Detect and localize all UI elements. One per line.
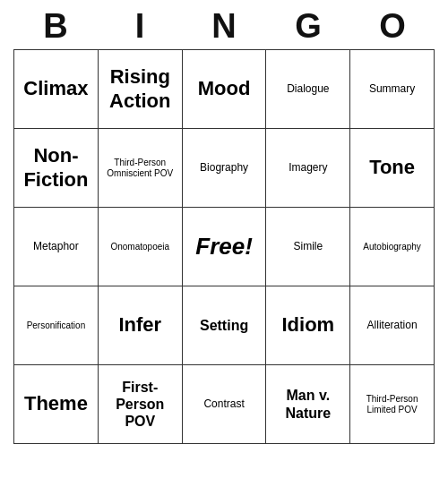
bingo-cell: Idiom bbox=[266, 286, 350, 365]
bingo-cell: Personification bbox=[14, 286, 99, 365]
bingo-header: BINGO bbox=[13, 0, 435, 49]
bingo-cell: Autobiography bbox=[350, 208, 435, 286]
bingo-cell: Infer bbox=[98, 286, 182, 365]
bingo-cell: Setting bbox=[182, 286, 266, 365]
bingo-cell: Man v. Nature bbox=[266, 365, 350, 444]
bingo-cell: Dialogue bbox=[266, 50, 350, 129]
bingo-cell: Tone bbox=[350, 129, 435, 208]
bingo-cell: Imagery bbox=[266, 129, 350, 208]
bingo-letter: O bbox=[357, 7, 428, 46]
bingo-cell: Metaphor bbox=[14, 208, 99, 286]
bingo-cell: Simile bbox=[266, 208, 350, 286]
bingo-letter: B bbox=[20, 7, 91, 46]
bingo-cell: Rising Action bbox=[98, 50, 182, 129]
bingo-letter: I bbox=[104, 7, 176, 46]
bingo-cell: Summary bbox=[350, 50, 435, 129]
bingo-grid: ClimaxRising ActionMoodDialogueSummaryNo… bbox=[13, 49, 435, 444]
bingo-cell: Mood bbox=[182, 50, 266, 129]
bingo-letter: N bbox=[188, 7, 260, 46]
bingo-cell: Onomatopoeia bbox=[98, 208, 182, 286]
bingo-cell: Alliteration bbox=[350, 286, 435, 365]
bingo-cell: Third-Person Omniscient POV bbox=[98, 129, 182, 208]
bingo-cell: Contrast bbox=[182, 365, 266, 444]
bingo-cell: Theme bbox=[14, 365, 99, 444]
bingo-cell: First-Person POV bbox=[98, 365, 182, 444]
bingo-cell: Free! bbox=[182, 208, 266, 286]
bingo-cell: Third-Person Limited POV bbox=[350, 365, 435, 444]
bingo-cell: Biography bbox=[182, 129, 266, 208]
bingo-cell: Climax bbox=[14, 50, 99, 129]
bingo-letter: G bbox=[272, 7, 344, 46]
bingo-cell: Non-Fiction bbox=[14, 129, 99, 208]
